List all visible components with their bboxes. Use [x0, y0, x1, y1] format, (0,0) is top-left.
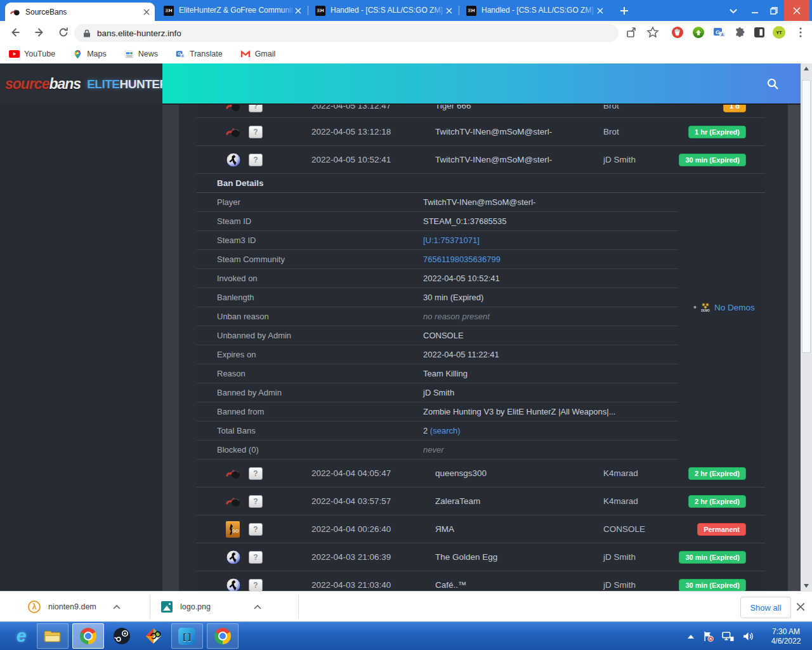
idm-icon[interactable]: [692, 26, 705, 39]
show-all-downloads-button[interactable]: Show all: [740, 597, 791, 618]
action-center-flag-icon[interactable]: [703, 631, 714, 642]
taskbar-chrome-button-2[interactable]: [207, 623, 239, 649]
hidden-icons-arrow[interactable]: [687, 634, 695, 639]
tab-title: SourceBans: [25, 8, 143, 17]
taskbar-file-explorer-button[interactable]: [37, 623, 69, 649]
ban-row[interactable]: ? 2022-04-03 21:03:40 Café..™ jD Smith 3…: [197, 571, 765, 591]
window-restore-button[interactable]: [765, 0, 783, 21]
browser-tab-strip: SourceBans ΞH EliteHunterZ & GoFree Comm…: [0, 0, 812, 21]
player-info-button[interactable]: ?: [249, 523, 263, 536]
adblock-hand-icon[interactable]: [671, 26, 684, 39]
tab-elitehunterz-forum[interactable]: ΞH EliteHunterZ & GoFree Communit: [159, 0, 306, 21]
share-icon[interactable]: [625, 26, 638, 39]
page-gutter: [162, 105, 179, 591]
tab-title: Handled - [CS:S ALL/CS:GO ZM] F: [331, 6, 446, 15]
search-icon[interactable]: [766, 77, 779, 90]
taskbar-clock[interactable]: 7:30 AM 4/6/2022: [763, 627, 809, 646]
scroll-up-arrow[interactable]: [801, 63, 812, 74]
bookmark-gmail[interactable]: Gmail: [240, 50, 276, 58]
taskbar-sync-diamond-icon[interactable]: [140, 624, 167, 648]
bookmark-star-icon[interactable]: [646, 26, 659, 39]
ban-date: 2022-04-05 10:52:41: [311, 146, 391, 173]
ban-admin: K4marad: [603, 488, 638, 515]
demos-list-item: • DEMO No Demos: [693, 302, 755, 312]
ban-row[interactable]: ? 2022-04-04 03:57:57 ZaleraTeam K4marad…: [197, 488, 765, 515]
forward-button[interactable]: [33, 26, 46, 39]
csgo-game-icon: GO: [226, 521, 241, 538]
address-bar[interactable]: bans.elite-hunterz.info: [74, 24, 619, 42]
player-info-button[interactable]: ?: [249, 551, 263, 564]
translate-icon[interactable]: G A: [713, 26, 726, 39]
player-info-button[interactable]: ?: [249, 154, 263, 166]
player-info-button[interactable]: ?: [249, 579, 263, 591]
sourcebans-logo[interactable]: sourcebans ELITEHUNTERZ: [0, 63, 162, 105]
steam-community-link[interactable]: 76561198035636799: [423, 250, 501, 269]
taskbar-chrome-button-active[interactable]: [72, 623, 104, 649]
detail-row: Player TwitchTV-INen@mSoM@sterl-: [197, 193, 765, 212]
tab-close-icon[interactable]: [295, 8, 301, 14]
dark-reader-icon[interactable]: [753, 26, 766, 39]
ban-row[interactable]: GO ? 2022-04-04 00:26:40 ЯМА CONSOLE Per…: [197, 515, 765, 543]
window-minimize-button[interactable]: [746, 0, 764, 21]
ban-row[interactable]: ? 2022-04-04 04:05:47 queensgs300 K4mara…: [197, 460, 765, 488]
bookmark-translate[interactable]: G A Translate: [176, 50, 223, 59]
sourcebans-mod-icon: [226, 466, 241, 481]
translate-icon: G A: [176, 50, 185, 59]
tab-close-icon[interactable]: [446, 8, 452, 14]
steam3-id-link[interactable]: [U:1:75371071]: [423, 231, 480, 250]
browser-menu-icon[interactable]: [794, 26, 807, 39]
taskbar-steam-icon[interactable]: [108, 624, 136, 648]
download-bar: λ nionten9.dem logo.png Show all: [0, 591, 812, 621]
player-info-button[interactable]: ?: [249, 126, 263, 138]
elitehunterz-favicon: ΞH: [315, 6, 325, 16]
bookmark-youtube[interactable]: YouTube: [9, 50, 55, 58]
logo-source-text: source: [5, 76, 49, 93]
ban-row[interactable]: ? 2022-04-03 21:06:39 The Golden Egg jD …: [197, 543, 765, 571]
list-bullet: •: [693, 302, 697, 312]
taskbar-internet-explorer-icon[interactable]: e: [16, 627, 27, 645]
tab-sourcebans[interactable]: SourceBans: [5, 3, 155, 21]
chrome-icon: [214, 628, 231, 644]
close-download-bar-icon[interactable]: [796, 602, 806, 612]
back-button[interactable]: [9, 26, 22, 39]
bookmark-maps[interactable]: Maps: [73, 50, 107, 59]
youtube-extension-icon[interactable]: YT: [773, 26, 785, 39]
network-icon[interactable]: [722, 631, 734, 642]
taskbar-brackets-button[interactable]: [ ]: [171, 623, 203, 649]
ban-length-badge: Permanent: [697, 523, 746, 536]
ban-row[interactable]: ? 2022-04-05 13:12:18 TwitchTV-INen@mSoM…: [197, 118, 765, 146]
tab-handled-2[interactable]: ΞH Handled - [CS:S ALL/CS:GO ZM] F: [461, 0, 608, 21]
tab-handled-1[interactable]: ΞH Handled - [CS:S ALL/CS:GO ZM] F: [310, 0, 457, 21]
browser-scrollbar[interactable]: [801, 63, 812, 591]
ban-admin: jD Smith: [603, 571, 636, 591]
bookmark-news[interactable]: News: [124, 50, 158, 59]
detail-row: Banned from Zombie Hunting V3 by ElitE H…: [197, 402, 765, 421]
inner-scrollbar-track[interactable]: [788, 105, 801, 591]
scroll-down-arrow[interactable]: [801, 581, 812, 591]
tab-close-icon[interactable]: [597, 8, 603, 14]
folder-icon: [44, 630, 61, 643]
tab-close-icon[interactable]: [143, 9, 150, 15]
new-tab-button[interactable]: [617, 3, 632, 18]
svg-text:DEMO: DEMO: [701, 309, 710, 312]
sourcebans-mod-icon: [226, 124, 241, 140]
window-close-button[interactable]: [784, 0, 809, 21]
chevron-down-icon: [727, 4, 740, 17]
no-demos-link[interactable]: No Demos: [714, 303, 755, 312]
chevron-up-icon[interactable]: [254, 604, 261, 609]
detail-row: Reason Team Killing: [197, 364, 765, 383]
player-info-button[interactable]: ?: [249, 467, 263, 480]
plus-icon: [620, 6, 629, 15]
ban-row[interactable]: ? 2022-04-05 10:52:41 TwitchTV-INen@mSoM…: [197, 146, 765, 174]
extensions-puzzle-icon[interactable]: [733, 26, 746, 39]
refresh-button[interactable]: [57, 26, 70, 39]
total-bans-search-link[interactable]: (search): [430, 426, 461, 435]
chevron-up-icon[interactable]: [113, 604, 121, 609]
tab-search-chevron[interactable]: [727, 4, 740, 17]
speaker-icon[interactable]: [742, 631, 754, 642]
download-item-dem[interactable]: λ nionten9.dem: [28, 592, 121, 621]
player-info-button[interactable]: ?: [249, 495, 263, 508]
scrollbar-thumb[interactable]: [802, 80, 811, 353]
download-item-png[interactable]: logo.png: [161, 592, 261, 621]
ban-length-badge: 30 min (Expired): [679, 154, 746, 166]
